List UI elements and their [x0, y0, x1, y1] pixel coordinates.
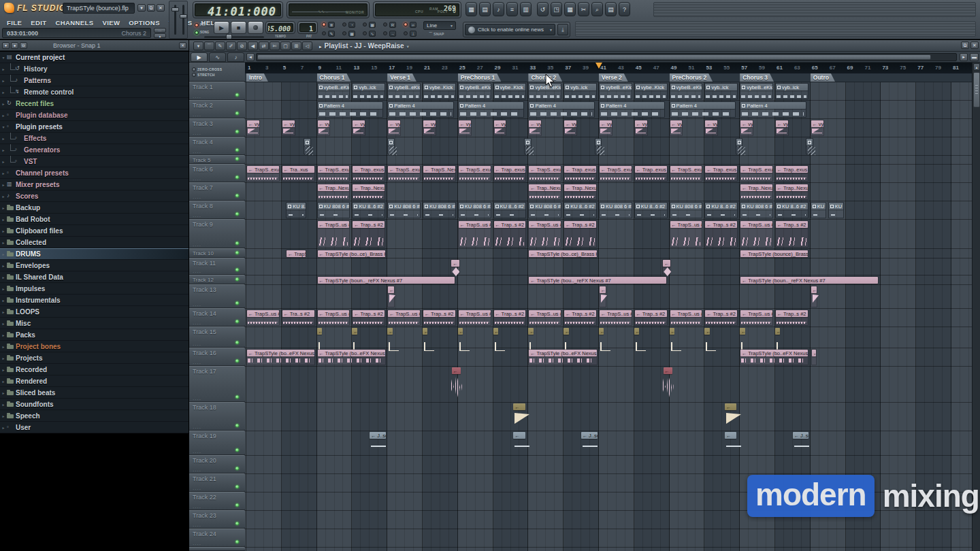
clip[interactable]: ←TrapS..exus [528, 165, 561, 182]
browser-item-channel-presets[interactable]: ▸▫Channel presets [0, 167, 189, 179]
clip[interactable]: ← [513, 432, 525, 454]
track-header[interactable]: Track 15.... [189, 327, 245, 348]
zoom-tool[interactable]: ⊞ [291, 41, 301, 50]
clip[interactable]: Pattern 4 [528, 101, 594, 118]
chevron-right-icon[interactable]: ▸ [0, 344, 7, 349]
minimize-icon[interactable]: ▾ [137, 4, 146, 12]
browser-item-bad-robot[interactable]: ▸Bad Robot [0, 214, 189, 225]
clip[interactable]: ←Trap..Nexus [775, 184, 808, 200]
timeline-marker-chorus-2[interactable]: Chorus 2 [528, 73, 562, 82]
clip[interactable]: ←TrapS..exus [740, 165, 773, 182]
track-enable-led-icon[interactable] [235, 395, 239, 399]
clip[interactable]: ← [452, 367, 461, 401]
clip[interactable]: ←TrapSTyle (bo..ce)_Brass Hit [317, 250, 386, 257]
timeline-marker-outro[interactable]: Outro [811, 73, 835, 82]
browser-item-project-bones[interactable]: ▸Project bones [0, 341, 189, 352]
clip[interactable]: KU 8..6 #2 [775, 202, 808, 218]
clip[interactable]: ←vy.. [564, 120, 577, 136]
piano-roll-window-icon[interactable]: ♪ [493, 2, 504, 16]
track-header[interactable]: Track 2.... [189, 100, 245, 118]
close-icon[interactable]: ✕ [179, 42, 186, 49]
clip[interactable]: ←TrapSTyle (bounce)_Brass Hit [740, 250, 808, 257]
browser-item-sliced-beats[interactable]: ▸Sliced beats [0, 387, 189, 399]
clip[interactable]: ←TrapS..us #2 [599, 310, 632, 326]
track-enable-led-icon[interactable] [235, 194, 239, 197]
clip[interactable]: ← [811, 349, 817, 365]
browser-snapshot-icon[interactable]: ● [11, 42, 18, 49]
chevron-right-icon[interactable]: ▸ [0, 113, 7, 118]
clip[interactable]: KU 8..6 #2 [564, 202, 597, 218]
browser-item-plugin-database[interactable]: ▸▫Plugin database [0, 110, 189, 121]
clip[interactable]: vybe..Kick [423, 83, 456, 99]
clip[interactable]: ← [599, 286, 606, 307]
clip[interactable]: ←Trap..s #2 [493, 310, 527, 326]
snap-magnet[interactable]: ⌒ [204, 41, 214, 50]
cut-icon[interactable]: ✂ [578, 2, 589, 16]
browser-item-rendered[interactable]: ▸Rendered [0, 375, 189, 387]
playlist-lane[interactable]: Tr..) [245, 137, 972, 156]
paint-tool[interactable]: ✐ [226, 41, 236, 50]
clip[interactable]: ←Tra..s #2 [282, 310, 315, 326]
browser-item-packs[interactable]: ▸Packs [0, 329, 189, 341]
detach-icon[interactable]: ⧉ [961, 41, 969, 49]
vscroll-thumb[interactable] [973, 72, 980, 107]
chevron-right-icon[interactable]: ▸ [0, 333, 7, 337]
playlist-window-icon[interactable]: ▦ [466, 2, 477, 16]
scrollbar-corner-button[interactable]: ▬ [970, 53, 979, 61]
mixer-window-icon[interactable]: ▥ [520, 2, 532, 16]
track-enable-led-icon[interactable] [235, 467, 239, 470]
track-header[interactable]: Track 9.... [189, 219, 245, 248]
clip[interactable]: ←TrapS..exus [317, 165, 350, 182]
tab-notes[interactable]: ♪ [227, 52, 244, 62]
clip[interactable]: KU 808 6 #2 [387, 202, 421, 218]
track-enable-led-icon[interactable] [235, 157, 239, 161]
chevron-right-icon[interactable]: ▸ [0, 414, 7, 418]
main-volume-slider[interactable] [174, 5, 176, 35]
chevron-right-icon[interactable]: ▸ [0, 229, 7, 233]
clip[interactable]: KU 808 6 #2 [458, 202, 491, 218]
clip[interactable]: ←vy.. [704, 120, 718, 136]
clip[interactable]: ←Trap..Nexus [740, 184, 773, 200]
clip[interactable]: ←vy.. [493, 120, 507, 136]
clip[interactable]: ← [423, 328, 427, 347]
clip[interactable]: KU 808 6 #2 [740, 202, 773, 218]
browser-item-misc[interactable]: ▸Misc [0, 318, 189, 329]
browser-item-instrumentals[interactable]: ▸Instrumentals [0, 295, 189, 306]
track-enable-led-icon[interactable] [235, 359, 239, 363]
render-icon[interactable]: ▦ [564, 2, 576, 16]
clip[interactable]: ←TrapS..us #2 [670, 310, 703, 326]
stretch-radio[interactable] [192, 73, 196, 77]
hscroll-thumb[interactable] [257, 54, 931, 60]
clip[interactable] [806, 138, 813, 154]
chevron-right-icon[interactable]: ▸ [0, 205, 7, 210]
track-enable-led-icon[interactable] [235, 268, 239, 271]
clip[interactable]: ← [493, 328, 498, 347]
chevron-right-icon[interactable]: ▸ [0, 275, 7, 280]
track-header[interactable]: Track 16.... [189, 348, 245, 366]
clip[interactable]: ←Trap..Nexus [528, 184, 561, 200]
clip[interactable]: ← [704, 328, 709, 347]
tab-clips[interactable]: ▶ [191, 52, 208, 62]
step-sequencer-window-icon[interactable]: ▤ [479, 2, 491, 16]
track-header[interactable]: Track 4.... [189, 137, 245, 155]
playlist-lane[interactable]: ←← [245, 403, 972, 431]
chevron-down-icon[interactable]: ▾ [0, 124, 7, 129]
tab-automation[interactable]: ∿ [209, 52, 226, 62]
timeline-marker-chorus-3[interactable]: Chorus 3 [740, 73, 774, 82]
browser-item-speech[interactable]: ▸Speech [0, 410, 189, 422]
clip[interactable]: ← [811, 286, 818, 307]
clip[interactable]: ←TrapSTyle (bo..eFX Nexus #6 [246, 349, 315, 365]
clip[interactable]: KU 8..6 #2 [634, 202, 668, 218]
browser-item-user[interactable]: ▸▫User [0, 422, 189, 433]
menu-file[interactable]: FILE [7, 19, 22, 27]
clip[interactable]: ←TrapS .ss Hit [286, 250, 306, 257]
track-header[interactable]: Track 10 [189, 248, 245, 258]
online-news-banner[interactable]: Click to enable online news ▾ [465, 24, 555, 35]
track-enable-led-icon[interactable] [235, 130, 239, 133]
track-header[interactable]: Track 24.... [189, 529, 245, 547]
clip[interactable]: ←vy.. [317, 120, 331, 136]
clip[interactable]: vybeB..eKick [528, 83, 561, 99]
clip[interactable]: ←Trap..Nexus [352, 184, 385, 200]
track-enable-led-icon[interactable] [235, 212, 239, 216]
clip[interactable]: ← [317, 328, 322, 347]
